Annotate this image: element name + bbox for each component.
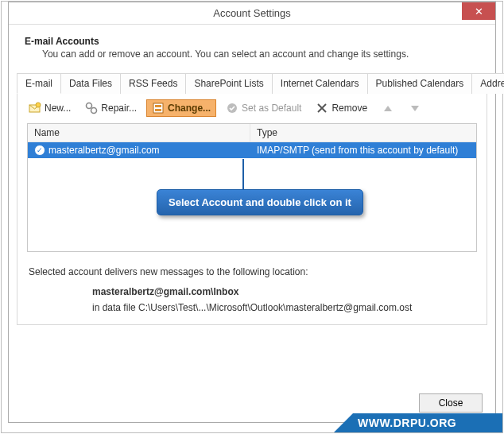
svg-rect-6 [155, 109, 161, 111]
account-name: masteralbertz@gmail.com [48, 145, 160, 156]
list-header: Name Type [28, 124, 476, 142]
remove-button[interactable]: Remove [311, 100, 372, 116]
tab-published-calendars[interactable]: Published Calendars [367, 73, 473, 94]
repair-icon [85, 102, 98, 114]
titlebar: Account Settings ✕ [9, 2, 495, 25]
instruction-callout: Select Account and double click on it [157, 189, 363, 215]
change-button[interactable]: Change... [146, 99, 216, 117]
set-default-button: Set as Default [221, 100, 306, 116]
watermark: WWW.DRPU.ORG [334, 413, 502, 432]
move-down-button [404, 100, 426, 116]
column-name[interactable]: Name [28, 124, 250, 141]
column-type[interactable]: Type [250, 124, 476, 141]
account-type: IMAP/SMTP (send from this account by def… [250, 142, 476, 158]
account-settings-dialog: Account Settings ✕ E-mail Accounts You c… [8, 2, 496, 423]
account-row[interactable]: ✓ masteralbertz@gmail.com IMAP/SMTP (sen… [28, 142, 476, 158]
watermark-text: WWW.DRPU.ORG [353, 413, 502, 432]
new-button[interactable]: New... [24, 100, 76, 116]
arrow-down-icon [409, 102, 421, 114]
accounts-list[interactable]: Name Type ✓ masteralbertz@gmail.com IMAP… [27, 123, 477, 252]
set-default-label: Set as Default [242, 103, 301, 114]
tab-data-files[interactable]: Data Files [60, 73, 121, 94]
window-close-button[interactable]: ✕ [462, 2, 495, 20]
new-mail-icon [29, 102, 41, 114]
svg-point-1 [36, 103, 41, 107]
window-title: Account Settings [213, 7, 291, 19]
repair-button[interactable]: Repair... [80, 100, 142, 116]
remove-x-icon [316, 102, 328, 114]
repair-button-label: Repair... [101, 103, 137, 114]
email-panel: New... Repair... Change... [17, 93, 487, 325]
move-up-button [377, 100, 399, 116]
default-account-icon: ✓ [34, 145, 45, 156]
svg-point-2 [87, 103, 92, 109]
tab-internet-calendars[interactable]: Internet Calendars [272, 73, 368, 94]
tab-rss-feeds[interactable]: RSS Feeds [120, 73, 186, 94]
close-button[interactable]: Close [419, 393, 483, 413]
svg-point-3 [91, 108, 97, 114]
change-icon [152, 102, 165, 114]
tab-strip: E-mail Data Files RSS Feeds SharePoint L… [17, 73, 487, 94]
delivery-location-detail: in data file C:\Users\Test\...\Microsoft… [92, 300, 475, 316]
tab-sharepoint-lists[interactable]: SharePoint Lists [185, 73, 272, 94]
info-description: You can add or remove an account. You ca… [42, 48, 479, 60]
svg-rect-4 [153, 103, 163, 113]
info-panel: E-mail Accounts You can add or remove an… [9, 25, 495, 72]
toolbar: New... Repair... Change... [17, 93, 487, 122]
info-title: E-mail Accounts [25, 36, 479, 47]
tab-email[interactable]: E-mail [17, 73, 61, 94]
delivery-info: Selected account delivers new messages t… [29, 266, 475, 316]
change-button-label: Change... [168, 103, 211, 114]
check-circle-icon [226, 102, 238, 114]
arrow-up-icon [382, 102, 394, 114]
delivery-location-main: masteralbertz@gmail.com\Inbox [92, 284, 475, 300]
close-icon: ✕ [475, 6, 483, 17]
new-button-label: New... [45, 103, 71, 114]
callout-connector [242, 159, 244, 191]
dialog-footer: Close [419, 393, 483, 413]
tab-address-books[interactable]: Address Books [471, 73, 504, 94]
svg-rect-5 [155, 105, 161, 107]
remove-button-label: Remove [331, 103, 367, 114]
delivery-intro: Selected account delivers new messages t… [29, 266, 475, 277]
